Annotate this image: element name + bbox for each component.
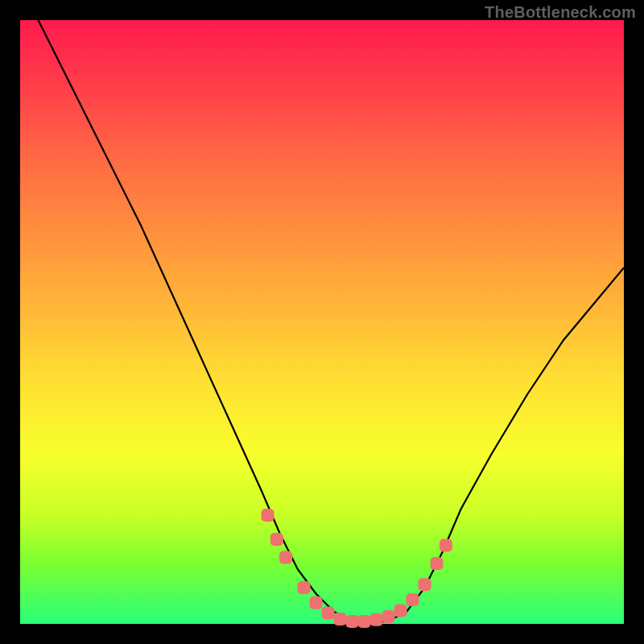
marker-point: [346, 615, 359, 628]
marker-point: [407, 593, 419, 606]
marker-point: [262, 509, 275, 522]
highlight-markers: [262, 509, 452, 628]
marker-point: [270, 533, 283, 546]
marker-point: [322, 607, 335, 620]
chart-overlay: [20, 20, 624, 624]
marker-point: [394, 605, 407, 617]
marker-point: [358, 615, 371, 628]
marker-point: [310, 597, 323, 609]
bottleneck-curve: [39, 20, 625, 624]
marker-point: [382, 610, 395, 623]
chart-frame: TheBottleneck.com: [0, 0, 644, 644]
marker-point: [419, 578, 431, 591]
marker-point: [370, 613, 383, 626]
marker-point: [440, 539, 452, 552]
marker-point: [279, 551, 292, 564]
watermark-text: TheBottleneck.com: [485, 3, 636, 22]
marker-point: [298, 581, 311, 594]
marker-point: [431, 557, 444, 570]
marker-point: [334, 613, 347, 625]
